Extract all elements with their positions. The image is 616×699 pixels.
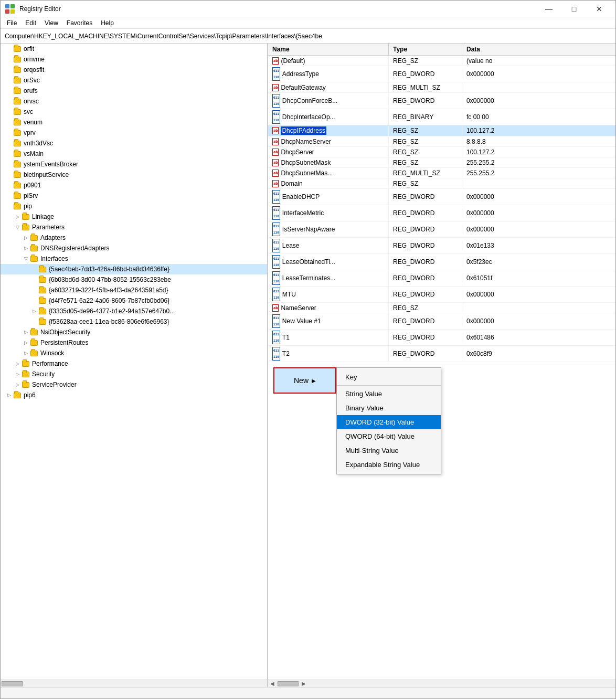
tree-item-parameters[interactable]: ▽ Parameters bbox=[1, 222, 267, 232]
folder-icon bbox=[13, 97, 22, 105]
cell-data: 0x000000 bbox=[462, 192, 615, 202]
tree-item-pisrv[interactable]: piSrv bbox=[1, 190, 267, 201]
tree-item-performance[interactable]: ▷ Performance bbox=[1, 358, 267, 369]
expander bbox=[5, 192, 13, 200]
tree-item-guid5[interactable]: ▷ {f3335d05-de96-4377-b1e2-94a157e647b0.… bbox=[1, 306, 267, 316]
menu-edit[interactable]: Edit bbox=[21, 18, 40, 28]
table-row[interactable]: 011110New Value #1 REG_DWORD 0x000000 bbox=[268, 313, 615, 330]
menu-item-string-value[interactable]: String Value bbox=[337, 387, 441, 401]
tree-item-dnsregisteredadapters[interactable]: ▷ DNSRegisteredAdapters bbox=[1, 243, 267, 253]
close-button[interactable]: ✕ bbox=[587, 1, 611, 17]
menu-item-binary-value[interactable]: Binary Value bbox=[337, 401, 441, 415]
table-row[interactable]: abDhcpNameServer REG_SZ 8.8.8.8 bbox=[268, 136, 615, 147]
tree-hscroll-thumb[interactable] bbox=[2, 681, 23, 686]
right-hscroll-thumb[interactable] bbox=[278, 681, 299, 686]
tree-item-linkage[interactable]: ▷ Linkage bbox=[1, 211, 267, 222]
cell-type: REG_DWORD bbox=[389, 96, 462, 105]
scroll-left-arrow[interactable]: ◀ bbox=[268, 681, 277, 686]
menu-item-dword-value[interactable]: DWORD (32-bit) Value bbox=[337, 415, 441, 429]
menu-help[interactable]: Help bbox=[97, 18, 118, 28]
table-row[interactable]: 011110DhcpInterfaceOp... REG_BINARY fc 0… bbox=[268, 109, 615, 125]
cell-type: REG_SZ bbox=[389, 126, 462, 135]
tree-item-orqosflt[interactable]: orqosflt bbox=[1, 65, 267, 75]
cell-data bbox=[462, 87, 615, 89]
tree-item-guid1[interactable]: {5aec4beb-7dd3-426a-86bd-ba8d34636ffe} bbox=[1, 264, 267, 274]
menu-favorites[interactable]: Favorites bbox=[62, 18, 97, 28]
table-row[interactable]: 011110LeaseTerminates... REG_DWORD 0x610… bbox=[268, 270, 615, 287]
tree-hscrollbar[interactable] bbox=[1, 680, 267, 687]
tree-item-guid2[interactable]: {6b03bd6d-3d00-47bb-8052-15563c283ebe bbox=[1, 274, 267, 285]
tree-item-nsiobjectsecurity[interactable]: ▷ NsiObjectSecurity bbox=[1, 327, 267, 337]
tree-scroll[interactable]: orflt ornvme orqosflt orSvc bbox=[1, 44, 267, 680]
table-row[interactable]: ab(Default) REG_SZ (value no bbox=[268, 56, 615, 66]
main-content: orflt ornvme orqosflt orSvc bbox=[1, 44, 615, 687]
cell-type: REG_BINARY bbox=[389, 112, 462, 122]
tree-item-security[interactable]: ▷ Security bbox=[1, 369, 267, 379]
cell-type: REG_SZ bbox=[389, 137, 462, 146]
menu-item-qword-value[interactable]: QWORD (64-bit) Value bbox=[337, 429, 441, 443]
tree-item-ornvme[interactable]: ornvme bbox=[1, 54, 267, 65]
table-row[interactable]: abDomain REG_SZ bbox=[268, 178, 615, 189]
table-row-dhcpipaddress[interactable]: abDhcpIPAddress REG_SZ 100.127.2 bbox=[268, 125, 615, 136]
maximize-button[interactable]: □ bbox=[562, 1, 586, 17]
table-row[interactable]: abDhcpSubnetMas... REG_MULTI_SZ 255.255.… bbox=[268, 168, 615, 178]
reg-icon-dword: 011110 bbox=[272, 110, 280, 124]
table-row[interactable]: abDhcpServer REG_SZ 100.127.2 bbox=[268, 147, 615, 157]
menu-item-expandable-string-value[interactable]: Expandable String Value bbox=[337, 458, 441, 472]
new-menu-area: New ▶ Key String Value Binary Value DWOR… bbox=[273, 367, 441, 474]
table-row[interactable]: 011110DhcpConnForceB... REG_DWORD 0x0000… bbox=[268, 93, 615, 109]
menu-file[interactable]: File bbox=[3, 18, 21, 28]
table-row[interactable]: abDefaultGateway REG_MULTI_SZ bbox=[268, 82, 615, 93]
cell-name: 011110LeaseObtainedTi... bbox=[268, 254, 389, 270]
folder-icon bbox=[13, 45, 22, 53]
table-row[interactable]: 011110Lease REG_DWORD 0x01e133 bbox=[268, 238, 615, 254]
tree-item-orvsc[interactable]: orvsc bbox=[1, 96, 267, 107]
table-row[interactable]: abDhcpSubnetMask REG_SZ 255.255.2 bbox=[268, 157, 615, 168]
scroll-right-arrow[interactable]: ▶ bbox=[300, 681, 308, 686]
tree-item-ystemeventsbroker[interactable]: ystemEventsBroker bbox=[1, 159, 267, 170]
tree-item-pip6[interactable]: ▷ pip6 bbox=[1, 390, 267, 400]
svg-rect-1 bbox=[10, 4, 15, 8]
tree-item-guid4[interactable]: {d4f7e571-6a22-4a06-8605-7b87cfb0bd06} bbox=[1, 295, 267, 306]
table-row[interactable]: 011110InterfaceMetric REG_DWORD 0x000000 bbox=[268, 205, 615, 221]
registry-table[interactable]: Name Type Data ab(Default) REG_SZ (value… bbox=[268, 44, 615, 680]
right-hscrollbar[interactable]: ◀ ▶ bbox=[268, 680, 615, 687]
tree-item-vsmain[interactable]: vsMain bbox=[1, 149, 267, 159]
tree-item-interfaces[interactable]: ▽ Interfaces bbox=[1, 253, 267, 264]
cell-type: REG_DWORD bbox=[389, 273, 462, 283]
menu-item-key[interactable]: Key bbox=[337, 370, 441, 384]
tree-item-guid3[interactable]: {a6032719-322f-45fb-a4f3-da2643591a5d} bbox=[1, 285, 267, 295]
tree-item-winsock[interactable]: ▷ Winsock bbox=[1, 348, 267, 358]
reg-icon-sz: ab bbox=[272, 149, 279, 156]
tree-item-persistentroutes[interactable]: ▷ PersistentRoutes bbox=[1, 337, 267, 348]
tree-item-vprv[interactable]: vprv bbox=[1, 128, 267, 138]
folder-icon bbox=[13, 150, 22, 158]
cell-name: abDhcpServer bbox=[268, 147, 389, 157]
table-row[interactable]: 011110EnableDHCP REG_DWORD 0x000000 bbox=[268, 189, 615, 205]
table-row[interactable]: abNameServer REG_SZ bbox=[268, 303, 615, 313]
menu-item-multi-string-value[interactable]: Multi-String Value bbox=[337, 443, 441, 458]
table-row[interactable]: 011110LeaseObtainedTi... REG_DWORD 0x5f2… bbox=[268, 254, 615, 270]
minimize-button[interactable]: — bbox=[537, 1, 561, 17]
table-row[interactable]: 011110T1 REG_DWORD 0x601486 bbox=[268, 330, 615, 346]
tree-item-orsvc[interactable]: orSvc bbox=[1, 75, 267, 86]
tree-item-svc[interactable]: svc bbox=[1, 107, 267, 117]
tree-item-bletinputservice[interactable]: bletInputService bbox=[1, 170, 267, 180]
table-row[interactable]: 011110AddressType REG_DWORD 0x000000 bbox=[268, 66, 615, 82]
reg-icon-dword: 011110 bbox=[272, 94, 280, 108]
tree-item-serviceprovider[interactable]: ▷ ServiceProvider bbox=[1, 379, 267, 390]
tree-item-orufs[interactable]: orufs bbox=[1, 86, 267, 96]
table-row[interactable]: 011110T2 REG_DWORD 0x60c8f9 bbox=[268, 346, 615, 362]
new-button[interactable]: New ▶ bbox=[273, 367, 336, 394]
tree-item-guid6[interactable]: {f53628aa-cee1-11ea-bc86-806e6f6e6963} bbox=[1, 316, 267, 327]
tree-item-venum[interactable]: venum bbox=[1, 117, 267, 128]
tree-item-adapters[interactable]: ▷ Adapters bbox=[1, 232, 267, 243]
table-row[interactable]: 011110IsServerNapAware REG_DWORD 0x00000… bbox=[268, 221, 615, 238]
table-row[interactable]: 011110MTU REG_DWORD 0x000000 bbox=[268, 287, 615, 303]
tree-item-orflt[interactable]: orflt bbox=[1, 44, 267, 54]
tree-item-p0901[interactable]: p0901 bbox=[1, 180, 267, 190]
folder-icon bbox=[38, 265, 47, 273]
menu-view[interactable]: View bbox=[40, 18, 62, 28]
tree-item-pip[interactable]: pip bbox=[1, 201, 267, 211]
tree-item-vnth3dvsc[interactable]: vnth3dVsc bbox=[1, 138, 267, 149]
